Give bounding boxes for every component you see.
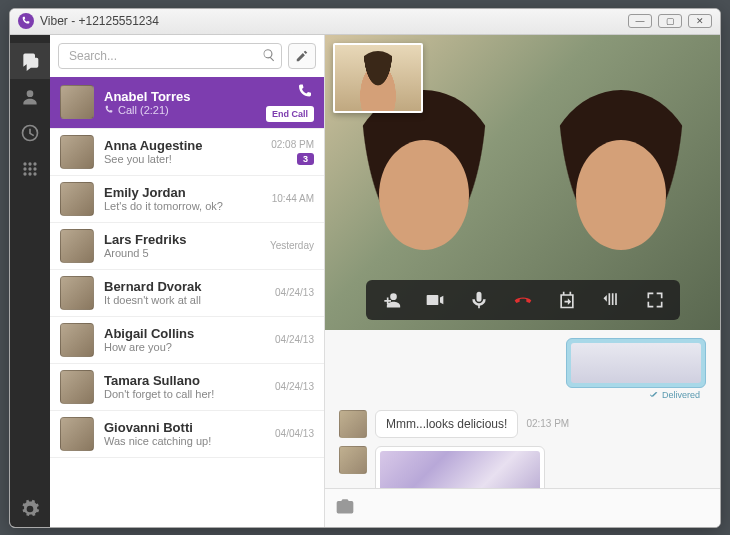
- call-fullscreen-button[interactable]: [634, 284, 676, 316]
- call-quality-icon[interactable]: [590, 284, 632, 316]
- self-video-pip[interactable]: [333, 43, 423, 113]
- conversation-time: 04/04/13: [275, 428, 314, 439]
- message-time: 02:13 PM: [526, 418, 569, 429]
- minimize-button[interactable]: —: [628, 14, 652, 28]
- conversation-preview: Let's do it tomorrow, ok?: [104, 200, 272, 212]
- message-input[interactable]: [363, 495, 710, 521]
- conversation-preview: Was nice catching up!: [104, 435, 275, 447]
- app-window: Viber - +12125551234 — ▢ ✕ Anabel Torr: [9, 8, 721, 528]
- conversation-preview: Call (2:21): [104, 104, 266, 116]
- conversation-name: Lars Fredriks: [104, 232, 270, 247]
- search-input-wrapper: [58, 43, 282, 69]
- sent-image-bubble[interactable]: [566, 338, 706, 388]
- nav-rail: [10, 35, 50, 527]
- svg-point-2: [33, 162, 36, 165]
- conversation-name: Anna Augestine: [104, 138, 271, 153]
- conversation-list: Anabel TorresCall (2:21)End CallAnna Aug…: [50, 35, 325, 527]
- avatar: [60, 323, 94, 357]
- avatar: [60, 417, 94, 451]
- video-call-area: [325, 35, 720, 330]
- svg-point-5: [33, 167, 36, 170]
- conversation-item[interactable]: Tamara SullanoDon't forget to call her!0…: [50, 364, 324, 411]
- avatar: [60, 135, 94, 169]
- nav-settings[interactable]: [10, 491, 50, 527]
- message-in-text: Mmm...looks delicious! 02:13 PM: [339, 410, 706, 438]
- conversation-item[interactable]: Giovanni BottiWas nice catching up!04/04…: [50, 411, 324, 458]
- message-input-area: [325, 488, 720, 527]
- call-toolbar: [366, 280, 680, 320]
- svg-point-6: [23, 172, 26, 175]
- compose-button[interactable]: [288, 43, 316, 69]
- conversation-name: Bernard Dvorak: [104, 279, 275, 294]
- viber-logo-icon: [18, 13, 34, 29]
- titlebar[interactable]: Viber - +12125551234 — ▢ ✕: [10, 9, 720, 35]
- conversation-preview: See you later!: [104, 153, 271, 165]
- attach-photo-button[interactable]: [335, 496, 355, 520]
- avatar: [60, 370, 94, 404]
- conversation-name: Giovanni Botti: [104, 420, 275, 435]
- avatar: [60, 182, 94, 216]
- conversation-preview: It doesn't work at all: [104, 294, 275, 306]
- image-bubble[interactable]: [375, 446, 545, 488]
- conversation-name: Anabel Torres: [104, 89, 266, 104]
- nav-dialpad[interactable]: [10, 151, 50, 187]
- window-controls: — ▢ ✕: [628, 14, 712, 28]
- maximize-button[interactable]: ▢: [658, 14, 682, 28]
- conversation-items[interactable]: Anabel TorresCall (2:21)End CallAnna Aug…: [50, 77, 324, 527]
- call-transfer-button[interactable]: [546, 284, 588, 316]
- avatar: [339, 446, 367, 474]
- conversation-item[interactable]: Lars FredriksAround 5Yesterday: [50, 223, 324, 270]
- close-button[interactable]: ✕: [688, 14, 712, 28]
- conversation-time: 10:44 AM: [272, 193, 314, 204]
- search-input[interactable]: [58, 43, 282, 69]
- conversation-item[interactable]: Anabel TorresCall (2:21)End Call: [50, 77, 324, 129]
- svg-point-7: [28, 172, 31, 175]
- conversation-time: 04/24/13: [275, 381, 314, 392]
- conversation-preview: Don't forget to call her!: [104, 388, 275, 400]
- delivered-status: Delivered: [643, 388, 706, 402]
- svg-point-3: [23, 167, 26, 170]
- conversation-preview: Around 5: [104, 247, 270, 259]
- conversation-time: 02:08 PM: [271, 139, 314, 150]
- conversation-item[interactable]: Anna AugestineSee you later!02:08 PM3: [50, 129, 324, 176]
- conversation-time: 04/24/13: [275, 287, 314, 298]
- avatar: [60, 229, 94, 263]
- chat-pane: Delivered Mmm...looks delicious! 02:13 P…: [325, 35, 720, 527]
- avatar: [60, 85, 94, 119]
- unread-badge: 3: [297, 153, 314, 165]
- svg-point-0: [23, 162, 26, 165]
- conversation-name: Tamara Sullano: [104, 373, 275, 388]
- avatar: [339, 410, 367, 438]
- call-mute-button[interactable]: [458, 284, 500, 316]
- conversation-preview: How are you?: [104, 341, 275, 353]
- avatar: [60, 276, 94, 310]
- call-add-contact-button[interactable]: [370, 284, 412, 316]
- svg-point-8: [33, 172, 36, 175]
- conversation-time: Yesterday: [270, 240, 314, 251]
- conversation-name: Emily Jordan: [104, 185, 272, 200]
- call-hangup-button[interactable]: [502, 284, 544, 316]
- conversation-item[interactable]: Bernard DvorakIt doesn't work at all04/2…: [50, 270, 324, 317]
- end-call-button[interactable]: End Call: [266, 106, 314, 122]
- call-video-toggle-button[interactable]: [414, 284, 456, 316]
- nav-contacts[interactable]: [10, 79, 50, 115]
- conversation-name: Abigail Collins: [104, 326, 275, 341]
- conversation-item[interactable]: Emily JordanLet's do it tomorrow, ok?10:…: [50, 176, 324, 223]
- svg-point-4: [28, 167, 31, 170]
- nav-recents[interactable]: [10, 115, 50, 151]
- nav-chats[interactable]: [10, 43, 50, 79]
- conversation-time: 04/24/13: [275, 334, 314, 345]
- conversation-item[interactable]: Abigail CollinsHow are you?04/24/13: [50, 317, 324, 364]
- window-title: Viber - +12125551234: [40, 14, 159, 28]
- message-bubble: Mmm...looks delicious!: [375, 410, 518, 438]
- message-in-image: [339, 446, 706, 488]
- svg-point-1: [28, 162, 31, 165]
- search-icon: [262, 48, 276, 66]
- message-out-image: Delivered: [339, 338, 706, 402]
- message-list[interactable]: Delivered Mmm...looks delicious! 02:13 P…: [325, 330, 720, 488]
